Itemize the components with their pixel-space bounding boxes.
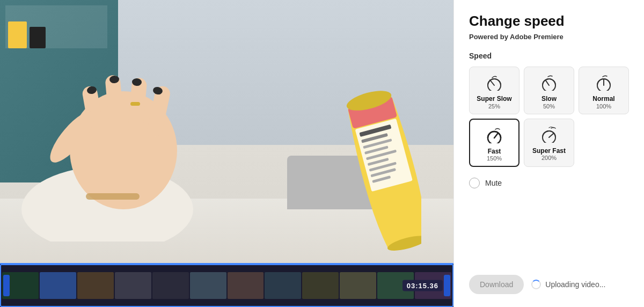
- speed-section-label: Speed: [469, 52, 629, 60]
- speed-pct-slow: 50%: [543, 103, 555, 109]
- svg-line-27: [490, 80, 494, 85]
- speed-pct-super-slow: 25%: [488, 103, 500, 109]
- speed-name-slow: Slow: [541, 95, 557, 103]
- timeline[interactable]: 03:15.36: [0, 263, 453, 307]
- speed-card-normal[interactable]: Normal 100%: [579, 67, 629, 114]
- thumb-1: [2, 272, 39, 299]
- thumb-5: [152, 272, 189, 299]
- action-row: Download Uploading video...: [469, 275, 629, 294]
- speed-icon-super-fast: [537, 125, 561, 144]
- thumb-3: [77, 272, 114, 299]
- subtitle-brand: Adobe Premiere: [510, 33, 564, 41]
- speed-grid-row2: Fast 150% Super Fast 200%: [469, 119, 629, 167]
- mute-row: Mute: [469, 178, 629, 188]
- speed-icon-super-slow: [482, 72, 506, 92]
- panel-subtitle: Powered by Adobe Premiere: [469, 33, 629, 41]
- speed-name-normal: Normal: [592, 95, 614, 103]
- speed-card-empty: [579, 119, 629, 167]
- thumb-7: [228, 272, 264, 299]
- speed-card-slow[interactable]: Slow 50%: [524, 67, 574, 114]
- hand-image: [11, 32, 236, 242]
- thumb-8: [265, 272, 301, 299]
- timeline-track[interactable]: 03:15.36: [0, 264, 453, 307]
- uploading-status: Uploading video...: [531, 280, 605, 289]
- panel-title: Change speed: [469, 13, 629, 30]
- speed-card-super-fast[interactable]: Super Fast 200%: [524, 119, 574, 167]
- thumb-2: [40, 272, 76, 299]
- uploading-label: Uploading video...: [545, 280, 605, 289]
- svg-line-35: [549, 133, 554, 137]
- thumb-10: [340, 272, 376, 299]
- mute-label: Mute: [485, 179, 502, 187]
- speed-pct-super-fast: 200%: [541, 155, 557, 161]
- svg-line-33: [494, 133, 498, 138]
- speed-icon-normal: [592, 72, 616, 92]
- speed-icon-fast: [482, 125, 506, 144]
- speed-name-super-slow: Super Slow: [477, 95, 511, 103]
- can-image: [338, 21, 421, 258]
- left-panel: 03:15.36: [0, 0, 453, 307]
- upload-spinner: [531, 280, 541, 289]
- mute-toggle[interactable]: [469, 178, 480, 188]
- speed-icon-slow: [537, 72, 561, 92]
- speed-pct-normal: 100%: [596, 103, 611, 109]
- thumb-6: [190, 272, 226, 299]
- speed-pct-fast: 150%: [487, 155, 502, 162]
- thumb-9: [302, 272, 339, 299]
- timeline-timecode: 03:15.36: [402, 280, 443, 291]
- svg-rect-7: [86, 193, 140, 200]
- video-preview: [0, 0, 453, 263]
- speed-name-super-fast: Super Fast: [532, 147, 566, 155]
- timeline-thumbnails: [0, 271, 453, 301]
- subtitle-prefix: Powered by: [469, 33, 510, 41]
- svg-line-29: [546, 81, 549, 85]
- right-panel: Change speed Powered by Adobe Premiere S…: [453, 0, 644, 307]
- download-button[interactable]: Download: [469, 275, 524, 294]
- svg-rect-8: [130, 102, 140, 106]
- speed-card-fast[interactable]: Fast 150%: [469, 119, 519, 167]
- speed-card-super-slow[interactable]: Super Slow 25%: [469, 67, 519, 114]
- speed-grid-row1: Super Slow 25% Slow 50%: [469, 67, 629, 114]
- thumb-4: [115, 272, 151, 299]
- speed-name-fast: Fast: [488, 148, 501, 155]
